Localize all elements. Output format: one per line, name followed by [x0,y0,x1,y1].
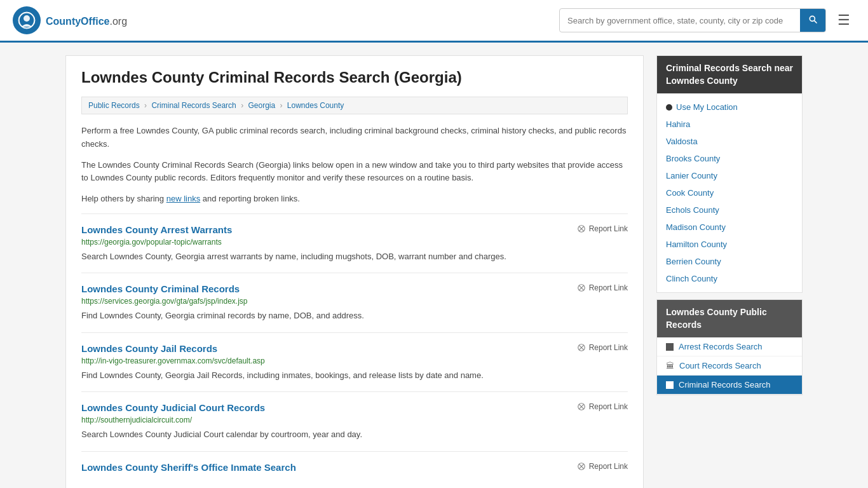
public-records-links-list: Arrest Records Search🏛Court Records Sear… [657,337,802,395]
public-records-link[interactable]: Court Records Search [679,361,761,370]
public-records-link-item[interactable]: Criminal Records Search [657,376,802,395]
nearby-link-item: Echols County [657,201,802,219]
nearby-link-item: Hahira [657,116,802,133]
breadcrumb: Public Records › Criminal Records Search… [81,97,628,114]
record-entry: Lowndes County Sheriff's Office Inmate S… [81,451,628,485]
hamburger-button[interactable]: ☰ [832,10,855,31]
record-title[interactable]: Lowndes County Sheriff's Office Inmate S… [81,462,296,473]
breadcrumb-georgia[interactable]: Georgia [248,101,275,110]
nearby-link[interactable]: Lanier County [666,171,717,180]
location-dot-icon [666,104,672,111]
report-icon [577,343,586,352]
report-icon [577,224,586,233]
nearby-link[interactable]: Berrien County [666,257,721,266]
report-link-label: Report Link [589,343,628,352]
public-records-link[interactable]: Arrest Records Search [679,342,763,351]
report-icon [577,402,586,411]
nearby-link-item: Madison County [657,219,802,236]
record-title[interactable]: Lowndes County Criminal Records [81,283,240,294]
record-url: https://georgia.gov/popular-topic/warran… [81,238,628,247]
nearby-box: Criminal Records Search near Lowndes Cou… [656,55,803,293]
records-container: Lowndes County Arrest Warrants Report Li… [81,214,628,485]
description-3: Help others by sharing new links and rep… [81,193,628,206]
public-records-link-item[interactable]: 🏛Court Records Search [657,356,802,376]
use-my-location-item[interactable]: Use My Location [657,98,802,116]
record-title[interactable]: Lowndes County Jail Records [81,343,217,354]
record-entry: Lowndes County Arrest Warrants Report Li… [81,214,628,273]
report-link-label: Report Link [589,462,628,471]
record-entry: Lowndes County Criminal Records Report L… [81,273,628,332]
nearby-header: Criminal Records Search near Lowndes Cou… [657,56,802,93]
nearby-link[interactable]: Brooks County [666,154,720,163]
nearby-link-item: Brooks County [657,150,802,167]
breadcrumb-lowndes-county[interactable]: Lowndes County [287,101,344,110]
nearby-link[interactable]: Valdosta [666,137,698,146]
search-button[interactable] [800,9,825,32]
new-links-link[interactable]: new links [166,194,200,203]
record-header: Lowndes County Sheriff's Office Inmate S… [81,462,628,473]
record-header: Lowndes County Arrest Warrants Report Li… [81,224,628,235]
search-input[interactable] [560,11,800,30]
record-entry: Lowndes County Judicial Court Records Re… [81,391,628,451]
breadcrumb-criminal-records-search[interactable]: Criminal Records Search [151,101,236,110]
record-url: http://southernjudicialcircuit.com/ [81,416,628,424]
report-icon [577,283,586,292]
report-link[interactable]: Report Link [577,402,628,411]
breadcrumb-public-records[interactable]: Public Records [88,101,140,110]
description-2: The Lowndes County Criminal Records Sear… [81,159,628,186]
nearby-body: Use My Location HahiraValdostaBrooks Cou… [657,93,802,292]
sidebar: Criminal Records Search near Lowndes Cou… [656,55,803,488]
main-content: Lowndes County Criminal Records Search (… [65,55,644,488]
record-desc: Search Lowndes County Judicial Court cal… [81,428,628,441]
nearby-link[interactable]: Echols County [666,205,719,215]
logo-text: CountyOffice.org [46,13,127,28]
record-header: Lowndes County Judicial Court Records Re… [81,402,628,413]
report-icon [577,462,586,471]
report-link[interactable]: Report Link [577,343,628,352]
nearby-link-item: Berrien County [657,253,802,270]
nearby-link[interactable]: Hahira [666,119,690,129]
main-container: Lowndes County Criminal Records Search (… [53,43,815,488]
nearby-link-item: Clinch County [657,270,802,287]
svg-point-1 [24,15,30,22]
report-link[interactable]: Report Link [577,224,628,233]
logo-area: CountyOffice.org [13,6,127,34]
report-link-label: Report Link [589,224,628,233]
record-url: http://in-vigo-treasurer.governmax.com/s… [81,356,628,365]
public-records-link[interactable]: Criminal Records Search [679,380,771,390]
report-link[interactable]: Report Link [577,462,628,471]
nearby-link[interactable]: Hamilton County [666,240,727,249]
record-header: Lowndes County Jail Records Report Link [81,343,628,354]
header: CountyOffice.org ☰ [0,0,868,43]
nearby-link-item: Hamilton County [657,236,802,253]
record-desc: Find Lowndes County, Georgia criminal re… [81,309,628,322]
record-title[interactable]: Lowndes County Judicial Court Records [81,402,265,413]
description-1: Perform a free Lowndes County, GA public… [81,125,628,151]
public-records-header: Lowndes County Public Records [657,300,802,337]
header-right: ☰ [559,8,855,32]
use-my-location-link[interactable]: Use My Location [676,102,738,112]
logo-icon [13,6,41,34]
square-icon [666,343,674,351]
page-title: Lowndes County Criminal Records Search (… [81,69,628,86]
nearby-links-list: HahiraValdostaBrooks CountyLanier County… [657,116,802,287]
building-icon: 🏛 [666,361,674,370]
public-records-box: Lowndes County Public Records Arrest Rec… [656,299,803,395]
search-box [559,8,826,32]
record-desc: Find Lowndes County, Georgia Jail Record… [81,369,628,382]
report-link-label: Report Link [589,283,628,292]
public-records-link-item[interactable]: Arrest Records Search [657,337,802,356]
nearby-link[interactable]: Cook County [666,188,714,198]
record-entry: Lowndes County Jail Records Report Link … [81,332,628,392]
record-url: https://services.georgia.gov/gta/gafs/js… [81,297,628,306]
record-desc: Search Lowndes County, Georgia arrest wa… [81,250,628,263]
nearby-link[interactable]: Clinch County [666,274,717,283]
nearby-link[interactable]: Madison County [666,222,726,232]
square-icon [666,381,674,389]
report-link-label: Report Link [589,402,628,411]
record-title[interactable]: Lowndes County Arrest Warrants [81,224,232,235]
nearby-link-item: Valdosta [657,133,802,150]
report-link[interactable]: Report Link [577,283,628,292]
nearby-link-item: Cook County [657,184,802,201]
record-header: Lowndes County Criminal Records Report L… [81,283,628,294]
